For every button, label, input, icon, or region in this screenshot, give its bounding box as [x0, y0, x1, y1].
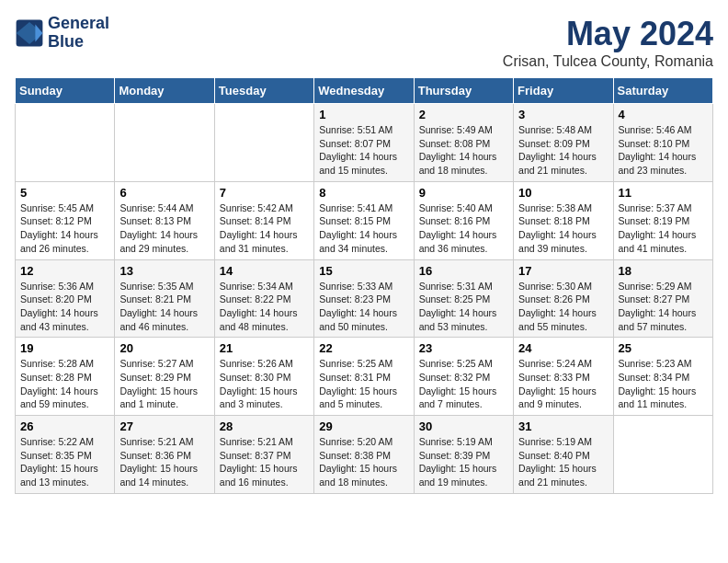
calendar-cell	[115, 104, 214, 182]
day-number: 4	[619, 108, 708, 121]
calendar-week-2: 5Sunrise: 5:45 AM Sunset: 8:12 PM Daylig…	[16, 181, 713, 259]
day-number: 9	[419, 186, 508, 200]
title-area: May 2024 Crisan, Tulcea County, Romania	[503, 15, 713, 70]
calendar-cell: 24Sunrise: 5:24 AM Sunset: 8:33 PM Dayli…	[514, 338, 613, 416]
col-sunday: Sunday	[16, 78, 115, 104]
day-number: 27	[119, 419, 209, 433]
calendar-table: Sunday Monday Tuesday Wednesday Thursday…	[15, 77, 713, 494]
day-detail: Sunrise: 5:21 AM Sunset: 8:36 PM Dayligh…	[119, 435, 209, 489]
day-detail: Sunrise: 5:19 AM Sunset: 8:39 PM Dayligh…	[419, 435, 508, 489]
day-detail: Sunrise: 5:44 AM Sunset: 8:13 PM Dayligh…	[119, 201, 209, 256]
calendar-cell: 11Sunrise: 5:37 AM Sunset: 8:19 PM Dayli…	[613, 181, 712, 259]
day-detail: Sunrise: 5:30 AM Sunset: 8:26 PM Dayligh…	[518, 280, 608, 334]
day-number: 13	[119, 264, 209, 278]
day-detail: Sunrise: 5:19 AM Sunset: 8:40 PM Dayligh…	[518, 435, 608, 489]
day-number: 12	[20, 264, 109, 278]
calendar-cell: 29Sunrise: 5:20 AM Sunset: 8:38 PM Dayli…	[314, 416, 414, 494]
logo: General Blue	[15, 15, 109, 52]
day-detail: Sunrise: 5:49 AM Sunset: 8:08 PM Dayligh…	[419, 123, 508, 178]
calendar-cell: 20Sunrise: 5:27 AM Sunset: 8:29 PM Dayli…	[115, 338, 214, 416]
calendar-cell: 7Sunrise: 5:42 AM Sunset: 8:14 PM Daylig…	[214, 181, 313, 259]
calendar-cell: 31Sunrise: 5:19 AM Sunset: 8:40 PM Dayli…	[514, 416, 613, 494]
day-number: 3	[518, 108, 608, 121]
day-detail: Sunrise: 5:22 AM Sunset: 8:35 PM Dayligh…	[20, 435, 109, 489]
day-number: 16	[419, 264, 508, 278]
day-number: 25	[619, 341, 708, 355]
day-detail: Sunrise: 5:48 AM Sunset: 8:09 PM Dayligh…	[518, 123, 608, 178]
day-number: 10	[518, 186, 608, 200]
day-number: 6	[119, 186, 209, 200]
day-detail: Sunrise: 5:36 AM Sunset: 8:20 PM Dayligh…	[20, 280, 109, 334]
day-number: 31	[518, 419, 608, 433]
day-detail: Sunrise: 5:25 AM Sunset: 8:32 PM Dayligh…	[419, 357, 508, 411]
day-number: 30	[419, 419, 508, 433]
day-detail: Sunrise: 5:20 AM Sunset: 8:38 PM Dayligh…	[319, 435, 408, 489]
calendar-cell: 28Sunrise: 5:21 AM Sunset: 8:37 PM Dayli…	[214, 416, 313, 494]
calendar-cell: 19Sunrise: 5:28 AM Sunset: 8:28 PM Dayli…	[16, 338, 115, 416]
col-monday: Monday	[115, 78, 214, 104]
day-detail: Sunrise: 5:45 AM Sunset: 8:12 PM Dayligh…	[20, 201, 109, 256]
col-wednesday: Wednesday	[314, 78, 414, 104]
day-detail: Sunrise: 5:42 AM Sunset: 8:14 PM Dayligh…	[220, 201, 309, 256]
calendar-cell: 2Sunrise: 5:49 AM Sunset: 8:08 PM Daylig…	[414, 104, 513, 182]
page-header: General Blue May 2024 Crisan, Tulcea Cou…	[15, 15, 713, 70]
calendar-cell	[16, 104, 115, 182]
day-number: 8	[319, 186, 408, 200]
day-number: 22	[319, 341, 408, 355]
day-number: 26	[20, 419, 109, 433]
day-detail: Sunrise: 5:35 AM Sunset: 8:21 PM Dayligh…	[119, 280, 209, 334]
calendar-cell: 16Sunrise: 5:31 AM Sunset: 8:25 PM Dayli…	[414, 259, 513, 338]
calendar-cell	[214, 104, 313, 182]
subtitle: Crisan, Tulcea County, Romania	[503, 53, 713, 70]
main-title: May 2024	[503, 15, 713, 53]
calendar-cell: 25Sunrise: 5:23 AM Sunset: 8:34 PM Dayli…	[613, 338, 712, 416]
calendar-cell: 17Sunrise: 5:30 AM Sunset: 8:26 PM Dayli…	[514, 259, 613, 338]
day-detail: Sunrise: 5:31 AM Sunset: 8:25 PM Dayligh…	[419, 280, 508, 334]
day-number: 7	[220, 186, 309, 200]
day-number: 21	[220, 341, 309, 355]
day-number: 17	[518, 264, 608, 278]
day-detail: Sunrise: 5:21 AM Sunset: 8:37 PM Dayligh…	[220, 435, 309, 489]
day-number: 18	[619, 264, 708, 278]
day-number: 11	[619, 186, 708, 200]
day-detail: Sunrise: 5:38 AM Sunset: 8:18 PM Dayligh…	[518, 201, 608, 256]
col-friday: Friday	[514, 78, 613, 104]
day-number: 14	[220, 264, 309, 278]
calendar-cell: 22Sunrise: 5:25 AM Sunset: 8:31 PM Dayli…	[314, 338, 414, 416]
day-number: 5	[20, 186, 109, 200]
day-detail: Sunrise: 5:26 AM Sunset: 8:30 PM Dayligh…	[220, 357, 309, 411]
day-number: 24	[518, 341, 608, 355]
calendar-cell: 3Sunrise: 5:48 AM Sunset: 8:09 PM Daylig…	[514, 104, 613, 182]
calendar-cell: 6Sunrise: 5:44 AM Sunset: 8:13 PM Daylig…	[115, 181, 214, 259]
calendar-week-5: 26Sunrise: 5:22 AM Sunset: 8:35 PM Dayli…	[16, 416, 713, 494]
col-tuesday: Tuesday	[214, 78, 313, 104]
col-thursday: Thursday	[414, 78, 513, 104]
calendar-week-4: 19Sunrise: 5:28 AM Sunset: 8:28 PM Dayli…	[16, 338, 713, 416]
day-number: 20	[119, 341, 209, 355]
logo-icon	[15, 18, 44, 48]
day-detail: Sunrise: 5:51 AM Sunset: 8:07 PM Dayligh…	[319, 123, 408, 178]
day-detail: Sunrise: 5:27 AM Sunset: 8:29 PM Dayligh…	[119, 357, 209, 411]
calendar-cell: 4Sunrise: 5:46 AM Sunset: 8:10 PM Daylig…	[613, 104, 712, 182]
day-number: 1	[319, 108, 408, 121]
calendar-cell: 21Sunrise: 5:26 AM Sunset: 8:30 PM Dayli…	[214, 338, 313, 416]
header-row: Sunday Monday Tuesday Wednesday Thursday…	[16, 78, 713, 104]
day-number: 15	[319, 264, 408, 278]
calendar-cell: 27Sunrise: 5:21 AM Sunset: 8:36 PM Dayli…	[115, 416, 214, 494]
day-detail: Sunrise: 5:33 AM Sunset: 8:23 PM Dayligh…	[319, 280, 408, 334]
day-number: 28	[220, 419, 309, 433]
calendar-cell: 9Sunrise: 5:40 AM Sunset: 8:16 PM Daylig…	[414, 181, 513, 259]
day-detail: Sunrise: 5:37 AM Sunset: 8:19 PM Dayligh…	[619, 201, 708, 256]
calendar-week-3: 12Sunrise: 5:36 AM Sunset: 8:20 PM Dayli…	[16, 259, 713, 338]
day-detail: Sunrise: 5:29 AM Sunset: 8:27 PM Dayligh…	[619, 280, 708, 334]
day-number: 23	[419, 341, 508, 355]
calendar-cell: 30Sunrise: 5:19 AM Sunset: 8:39 PM Dayli…	[414, 416, 513, 494]
calendar-cell: 10Sunrise: 5:38 AM Sunset: 8:18 PM Dayli…	[514, 181, 613, 259]
day-detail: Sunrise: 5:46 AM Sunset: 8:10 PM Dayligh…	[619, 123, 708, 178]
col-saturday: Saturday	[613, 78, 712, 104]
calendar-cell: 26Sunrise: 5:22 AM Sunset: 8:35 PM Dayli…	[16, 416, 115, 494]
calendar-cell: 12Sunrise: 5:36 AM Sunset: 8:20 PM Dayli…	[16, 259, 115, 338]
day-detail: Sunrise: 5:25 AM Sunset: 8:31 PM Dayligh…	[319, 357, 408, 411]
calendar-cell: 18Sunrise: 5:29 AM Sunset: 8:27 PM Dayli…	[613, 259, 712, 338]
logo-text: General Blue	[48, 15, 109, 52]
